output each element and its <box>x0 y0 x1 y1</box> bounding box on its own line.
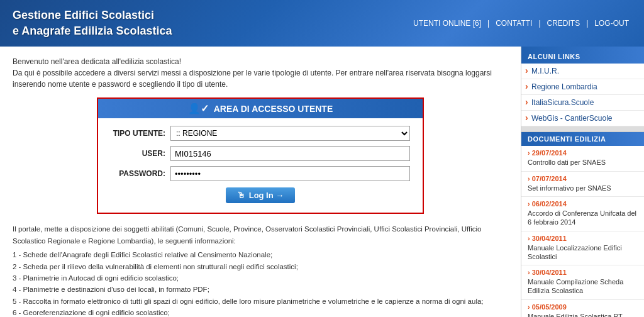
alcuni-links-section: ALCUNI LINKS M.I.U.R. Regione Lombardia … <box>521 50 644 126</box>
password-label: PASSWORD: <box>111 169 170 178</box>
nav-sep-3: | <box>586 19 588 28</box>
logout-link[interactable]: LOG-OUT <box>592 18 631 29</box>
welcome-section: Benvenuto nell'area dedicata all'edilizi… <box>13 56 508 90</box>
sidebar-link-italiasicura[interactable]: ItaliaSicura.Scuole <box>521 95 644 111</box>
doc-item-3: 06/02/2014 Accordo di Conferenza Unifcat… <box>521 197 644 231</box>
info-section: Il portale, mette a disposizione dei sog… <box>13 223 508 317</box>
tipo-utente-row: TIPO UTENTE: :: REGIONE COMUNE SCUOLA PR… <box>111 126 410 141</box>
info-item-5: 5 - Raccolta in formato elettronico di t… <box>13 296 508 307</box>
info-item-4: 4 - Planimetrie e destinazioni d'uso dei… <box>13 284 508 295</box>
sidebar-link-miur[interactable]: M.I.U.R. <box>521 64 644 79</box>
sidebar-link-webgis[interactable]: WebGis - CantierScuole <box>521 111 644 126</box>
password-input[interactable] <box>170 166 410 181</box>
tipo-utente-label: TIPO UTENTE: <box>111 129 170 138</box>
user-input[interactable] <box>170 146 410 161</box>
login-icon: 🖱 <box>237 191 245 200</box>
sidebar: ALCUNI LINKS M.I.U.R. Regione Lombardia … <box>521 47 644 317</box>
info-items: 1 - Schede dell'Anagrafe degli Edifici S… <box>13 249 508 317</box>
login-box: 👤✓ AREA DI ACCESSO UTENTE TIPO UTENTE: :… <box>97 97 424 214</box>
user-row: USER: <box>111 146 410 161</box>
doc-item-2: 07/07/2014 Set informativo per SNAES <box>521 172 644 197</box>
doc-item-1: 29/07/2014 Controllo dati per SNAES <box>521 146 644 171</box>
welcome-line1: Benvenuto nell'area dedicata all'edilizi… <box>13 56 508 67</box>
login-btn-label: Log In → <box>249 191 284 200</box>
documenti-section: DOCUMENTI EDILIZIA 29/07/2014 Controllo … <box>521 131 644 317</box>
doc-item-6: 05/05/2009 Manuale Edilizia Scolastica R… <box>521 300 644 317</box>
contatti-link[interactable]: CONTATTI <box>493 18 535 29</box>
info-para1: Il portale, mette a disposizione dei sog… <box>13 225 481 244</box>
password-row: PASSWORD: <box>111 166 410 181</box>
login-button[interactable]: 🖱 Log In → <box>226 187 296 203</box>
tipo-utente-select[interactable]: :: REGIONE COMUNE SCUOLA PROVINCIA OSSER… <box>170 126 410 141</box>
title-line1: Gestione Edifici Scolastici <box>13 9 154 21</box>
info-item-3: 3 - Planimetrie in Autocad di ogni edifi… <box>13 272 508 284</box>
header-nav: UTENTI ONLINE [6] | CONTATTI | CREDITS |… <box>411 18 631 29</box>
site-title: Gestione Edifici Scolastici e Anagrafe E… <box>13 8 172 39</box>
credits-link[interactable]: CREDITS <box>545 18 583 29</box>
content-area: Benvenuto nell'area dedicata all'edilizi… <box>0 47 521 317</box>
welcome-line2: Da qui è possibile accedere a diversi se… <box>13 67 508 90</box>
sidebar-link-regione[interactable]: Regione Lombardia <box>521 79 644 95</box>
info-item-2: 2 - Scheda per il rilievo della vulnerab… <box>13 261 508 272</box>
info-item-6: 6 - Georeferenziazione di ogni edificio … <box>13 307 508 317</box>
alcuni-links-title: ALCUNI LINKS <box>521 50 644 64</box>
utenti-online-link[interactable]: UTENTI ONLINE [6] <box>411 18 484 29</box>
user-icon: 👤✓ <box>188 103 209 114</box>
sidebar-divider <box>521 126 644 131</box>
login-btn-row: 🖱 Log In → <box>111 187 410 203</box>
nav-sep-1: | <box>487 19 489 28</box>
login-title-text: AREA DI ACCESSO UTENTE <box>214 104 333 114</box>
login-box-title: 👤✓ AREA DI ACCESSO UTENTE <box>98 99 423 118</box>
user-label: USER: <box>111 149 170 158</box>
info-item-1: 1 - Schede dell'Anagrafe degli Edifici S… <box>13 249 508 260</box>
doc-item-4: 30/04/2011 Manuale Localizzazione Edific… <box>521 231 644 266</box>
doc-item-5: 30/04/2011 Manuale Compilazione Scheda E… <box>521 265 644 300</box>
header: Gestione Edifici Scolastici e Anagrafe E… <box>0 0 644 47</box>
main-layout: Benvenuto nell'area dedicata all'edilizi… <box>0 47 644 317</box>
documenti-title: DOCUMENTI EDILIZIA <box>521 132 644 146</box>
title-line2: e Anagrafe Edilizia Scolastica <box>13 25 172 37</box>
nav-sep-2: | <box>538 19 540 28</box>
